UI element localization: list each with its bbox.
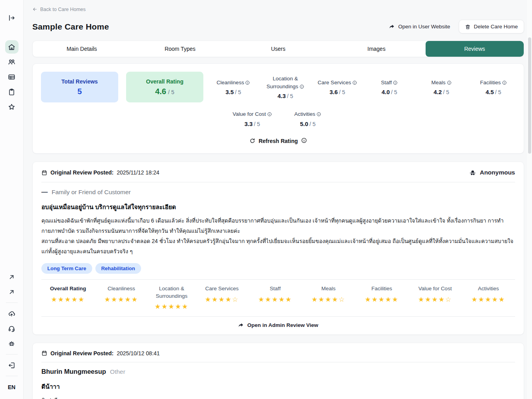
category-stat-facilities: Facilities 4.5/ 5	[471, 79, 515, 96]
category-max: / 5	[339, 89, 345, 95]
refresh-rating-label: Refresh Rating	[259, 138, 298, 144]
open-admin-review-view-label: Open in Admin Review View	[247, 322, 318, 328]
info-icon[interactable]	[245, 80, 250, 87]
tab-reviews[interactable]: Reviews	[426, 41, 524, 57]
cloud-upload-icon	[8, 310, 15, 317]
info-icon[interactable]	[393, 80, 398, 87]
care-type-tag: Rehabilitation	[95, 263, 141, 274]
category-value: 3.5	[225, 89, 234, 95]
back-arrow-icon	[32, 7, 37, 12]
sidebar-item-home[interactable]	[5, 40, 19, 54]
star-rating: ★★★★★	[355, 295, 408, 304]
tab-images[interactable]: Images	[327, 41, 426, 57]
sidebar-nav	[5, 40, 19, 113]
scrollbar-thumb[interactable]	[528, 37, 531, 154]
review-title: ดีน้าาา	[41, 382, 515, 392]
star-rating: ★★★★☆	[302, 295, 355, 304]
category-stat-staff: Staff 4.0/ 5	[367, 79, 411, 96]
reviewer-name-placeholder: —	[41, 189, 48, 196]
info-icon[interactable]	[352, 80, 357, 87]
sidebar-divider	[6, 302, 18, 303]
vertical-scrollbar[interactable]	[527, 0, 532, 399]
star-icon	[8, 103, 15, 111]
sidebar-external-link-2[interactable]	[5, 285, 19, 299]
category-stat-location: Location & Surroundings 4.3/ 5	[263, 75, 307, 99]
category-label: Activities	[294, 111, 315, 117]
category-stat-care-services: Care Services 3.6/ 5	[315, 79, 359, 96]
tab-users[interactable]: Users	[229, 41, 327, 57]
rating-label: Location & Surroundings	[148, 285, 195, 299]
sidebar-support-button[interactable]	[5, 322, 19, 335]
overall-rating-value: 4.6	[155, 87, 166, 96]
delete-care-home-label: Delete Care Home	[474, 24, 518, 30]
sidebar-divider	[6, 376, 18, 376]
reviewer-name: Bhurin Mungmeesup	[41, 368, 106, 375]
category-value: 4.0	[381, 89, 390, 95]
category-label: Cleanliness	[217, 80, 244, 85]
rating-label: Facilities	[355, 285, 408, 292]
rating-cleanliness: Cleanliness ★★★★★	[95, 285, 148, 303]
info-icon[interactable]	[316, 111, 321, 119]
overall-rating-max: / 5	[168, 89, 175, 95]
sidebar-upload-button[interactable]	[5, 307, 19, 320]
category-max: / 5	[254, 121, 260, 127]
sidebar-item-clipboard[interactable]	[5, 85, 19, 98]
category-value: 4.2	[433, 89, 442, 95]
overall-rating-label: Overall Rating	[146, 78, 184, 85]
back-link[interactable]: Back to Care Homes	[32, 7, 86, 12]
category-max: / 5	[287, 93, 293, 99]
refresh-rating-button[interactable]: Refresh Rating	[249, 137, 307, 145]
sidebar-collapse-button[interactable]	[5, 11, 19, 24]
info-icon[interactable]	[502, 80, 507, 87]
sidebar-logout-button[interactable]	[5, 358, 19, 372]
arrow-up-right-icon	[8, 288, 15, 296]
delete-care-home-button[interactable]: Delete Care Home	[459, 20, 524, 33]
info-icon[interactable]	[301, 137, 307, 145]
star-rating: ★★★★☆	[409, 295, 462, 304]
headset-icon	[8, 325, 15, 332]
category-value: 4.3	[277, 93, 286, 99]
rating-label: Value for Cost	[409, 285, 462, 292]
info-icon[interactable]	[299, 84, 304, 91]
open-admin-review-view-button[interactable]: Open in Admin Review View	[238, 322, 318, 328]
sidebar-bottom: EN	[5, 270, 19, 393]
category-label: Location & Surroundings	[266, 76, 298, 89]
category-max: / 5	[309, 121, 316, 127]
review-body-paragraph: สถานที่สะอาด ปลอดภัย มีพยาบาลประจำตลอด 2…	[41, 236, 515, 257]
language-switcher[interactable]: EN	[5, 380, 19, 393]
page-title: Sample Care Home	[32, 22, 109, 32]
sidebar-bug-report-button[interactable]	[5, 337, 19, 350]
category-value: 4.5	[485, 89, 494, 95]
category-max: / 5	[443, 89, 449, 95]
divider	[41, 316, 515, 317]
info-icon[interactable]	[447, 80, 452, 87]
logout-icon	[8, 362, 15, 369]
sidebar-item-users[interactable]	[5, 55, 19, 69]
refresh-icon	[249, 138, 255, 144]
category-stat-cleanliness: Cleanliness 3.5/ 5	[211, 79, 255, 96]
rating-value-for-cost: Value for Cost ★★★★☆	[409, 285, 462, 303]
sidebar-item-reviews[interactable]	[5, 100, 19, 113]
category-label: Staff	[381, 80, 392, 85]
open-user-website-button[interactable]: Open in User Website	[389, 24, 450, 30]
total-reviews-value: 5	[77, 87, 82, 96]
sidebar-external-link-1[interactable]	[5, 270, 19, 284]
total-reviews-label: Total Reviews	[61, 78, 98, 85]
reviewer-relationship: Family or Friend of Customer	[52, 189, 131, 196]
category-stat-value-for-cost: Value for Cost 3.3/ 5	[227, 110, 278, 127]
rating-label: Care Services	[195, 285, 249, 292]
tab-room-types[interactable]: Room Types	[131, 41, 229, 57]
anonymous-badge: Anonymous	[469, 169, 515, 176]
share-arrow-icon	[389, 24, 395, 30]
sidebar-item-table[interactable]	[5, 70, 19, 84]
star-rating: ★★★★★	[41, 295, 95, 304]
main-content: Back to Care Homes Sample Care Home Open…	[24, 0, 532, 399]
star-rating: ★★★★★	[95, 295, 148, 304]
info-icon[interactable]	[267, 111, 272, 119]
category-value: 3.6	[329, 89, 338, 95]
rating-staff: Staff ★★★★★	[249, 285, 302, 303]
share-arrow-icon	[238, 322, 244, 328]
users-icon	[8, 58, 15, 66]
review-card: Original Review Posted: 2025/11/12 18:24…	[32, 161, 524, 335]
tab-main-details[interactable]: Main Details	[33, 41, 131, 57]
